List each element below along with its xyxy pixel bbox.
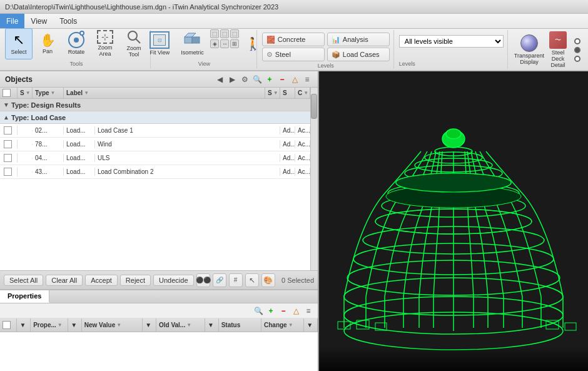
- load-case-toggle[interactable]: ▲: [1, 113, 11, 123]
- undecide-btn[interactable]: Undecide: [153, 275, 193, 286]
- color-grid-btn[interactable]: #: [229, 273, 243, 287]
- row-checkbox-1[interactable]: [4, 140, 12, 148]
- fit-view-btn[interactable]: ⊡ Fit View: [144, 28, 175, 59]
- td-check-3[interactable]: [0, 167, 18, 176]
- td-check-2[interactable]: [0, 153, 18, 163]
- pth-newval[interactable]: New Value ▼: [82, 318, 143, 332]
- row-checkbox-0[interactable]: [4, 126, 12, 135]
- concrete-label: Concrete: [278, 36, 306, 43]
- nav-fwd-btn[interactable]: ▶: [226, 74, 238, 85]
- table-scrollbar[interactable]: [310, 88, 318, 270]
- row-checkbox-3[interactable]: [4, 168, 12, 176]
- panel-search-btn[interactable]: 🔍: [251, 74, 263, 85]
- svg-rect-3: [192, 37, 200, 43]
- row-checkbox-2[interactable]: [4, 154, 12, 162]
- td-s-2: [18, 158, 33, 159]
- objects-panel: Objects ◀ ▶ ⚙ 🔍 + − △ ≡: [0, 71, 318, 290]
- props-add-btn[interactable]: +: [265, 305, 276, 317]
- reject-btn[interactable]: Reject: [120, 275, 151, 286]
- isometric-btn[interactable]: Isometric: [176, 28, 208, 59]
- props-warn-btn[interactable]: △: [290, 305, 302, 317]
- th-s1[interactable]: S▼: [18, 88, 33, 98]
- pth-change[interactable]: Change ▼: [261, 318, 304, 332]
- pth-prop[interactable]: Prope... ▼: [31, 318, 68, 332]
- table-row[interactable]: 78... Load... Wind Ad... Ac...: [0, 138, 310, 151]
- pth-t1[interactable]: ▼: [17, 318, 31, 332]
- pth-status[interactable]: Status: [219, 318, 261, 332]
- color-dots-btn[interactable]: ⚫⚫: [196, 273, 210, 287]
- props-menu-btn[interactable]: ≡: [303, 305, 314, 317]
- color-link-btn[interactable]: 🔗: [213, 273, 226, 287]
- design-results-toggle[interactable]: ▼: [1, 100, 11, 110]
- panel-menu-btn[interactable]: ≡: [302, 74, 313, 85]
- accept-btn[interactable]: Accept: [85, 275, 118, 286]
- radio-2[interactable]: [574, 47, 580, 53]
- td-check-0[interactable]: [0, 126, 18, 135]
- zoom-tool-btn[interactable]: ZoomTool: [120, 28, 148, 59]
- scrollbar-thumb[interactable]: [311, 94, 317, 119]
- td-s-3: [18, 171, 33, 173]
- rotate-tool-btn[interactable]: Rotate: [63, 28, 90, 59]
- table-row[interactable]: 04... Load... ULS Ad... Ac...: [0, 151, 310, 165]
- menu-tools[interactable]: Tools: [53, 14, 83, 28]
- main-toolbar: ↖ Select ✋ Pan Rotate ⊹ ZoomA: [0, 29, 588, 71]
- properties-tab[interactable]: Properties: [0, 290, 49, 303]
- analysis-btn[interactable]: 📊 Analysis: [327, 33, 390, 46]
- cube-rot-btn[interactable]: ↔: [220, 39, 229, 48]
- props-header-checkbox[interactable]: [3, 321, 11, 329]
- table-row[interactable]: 02... Load... Load Case 1 Ad... Ac...: [0, 124, 310, 138]
- table-row[interactable]: 43... Load... Load Combination 2 Ad... A: [0, 165, 310, 179]
- panel-settings-btn[interactable]: ⚙: [239, 74, 250, 85]
- th-c[interactable]: C▼: [295, 88, 310, 98]
- clear-all-btn[interactable]: Clear All: [46, 275, 83, 286]
- th-s3[interactable]: S: [280, 88, 295, 98]
- nav-back-btn[interactable]: ◀: [214, 74, 225, 85]
- th-type[interactable]: Type▼: [33, 88, 64, 98]
- panel-add-btn[interactable]: +: [264, 74, 275, 85]
- props-remove-btn[interactable]: −: [278, 305, 289, 317]
- steel-btn[interactable]: ⚙ Steel: [262, 48, 325, 61]
- panel-warn-btn[interactable]: △: [289, 74, 300, 85]
- menu-file[interactable]: File: [0, 14, 24, 28]
- menu-view[interactable]: View: [24, 14, 53, 28]
- load-cases-btn[interactable]: 📦 Load Cases: [327, 48, 390, 61]
- pth-check[interactable]: [0, 318, 17, 332]
- header-checkbox[interactable]: [3, 89, 11, 97]
- pth-t4[interactable]: ▼: [205, 318, 219, 332]
- steel-label: Steel: [275, 51, 291, 58]
- levels-dropdown[interactable]: All levels visible: [399, 35, 504, 48]
- cube-fit-btn[interactable]: ⊞: [230, 39, 239, 48]
- materials-row: 🧱 Concrete 📊 Analysis: [262, 33, 390, 46]
- design-results-section[interactable]: ▼ Type: Design Results: [0, 99, 310, 111]
- pth-oldval[interactable]: Old Val... ▼: [156, 318, 205, 332]
- radio-3[interactable]: [574, 56, 580, 62]
- select-label: Select: [11, 49, 26, 56]
- th-s2[interactable]: S▼: [265, 88, 280, 98]
- pth-t3[interactable]: ▼: [143, 318, 156, 332]
- wave-display-icon: 〜: [549, 31, 567, 49]
- pth-t2[interactable]: ▼: [68, 318, 82, 332]
- th-check[interactable]: [0, 88, 18, 98]
- props-search-btn[interactable]: 🔍: [253, 305, 264, 317]
- load-case-section[interactable]: ▲ Type: Load Case: [0, 111, 310, 124]
- select-all-btn[interactable]: Select All: [4, 275, 43, 286]
- color-pick-btn[interactable]: 🎨: [261, 273, 275, 287]
- cube-top-btn[interactable]: ⬚: [210, 29, 219, 38]
- rotate-icon-container: [68, 32, 84, 48]
- cube-iso-btn[interactable]: ◈: [210, 39, 219, 48]
- transparent-display-btn[interactable]: TransparentDisplay: [514, 34, 544, 66]
- cube-side-btn[interactable]: ⬚: [230, 29, 239, 38]
- viewport[interactable]: [319, 71, 588, 371]
- panel-remove-btn[interactable]: −: [276, 74, 288, 85]
- concrete-btn[interactable]: 🧱 Concrete: [262, 33, 325, 46]
- select-tool-btn[interactable]: ↖ Select: [5, 28, 33, 59]
- arrow-select-btn[interactable]: ↖: [245, 273, 259, 287]
- zoom-area-btn[interactable]: ⊹ ZoomArea: [91, 28, 119, 59]
- radio-1[interactable]: [574, 38, 580, 44]
- th-label[interactable]: Label▼: [64, 88, 265, 98]
- steel-deck-btn[interactable]: 〜 Steel DeckDetail: [549, 31, 567, 69]
- pan-tool-btn[interactable]: ✋ Pan: [34, 28, 61, 59]
- pth-t5[interactable]: ▼: [304, 318, 318, 332]
- td-check-1[interactable]: [0, 140, 18, 149]
- cube-front-btn[interactable]: ⬚: [220, 29, 229, 38]
